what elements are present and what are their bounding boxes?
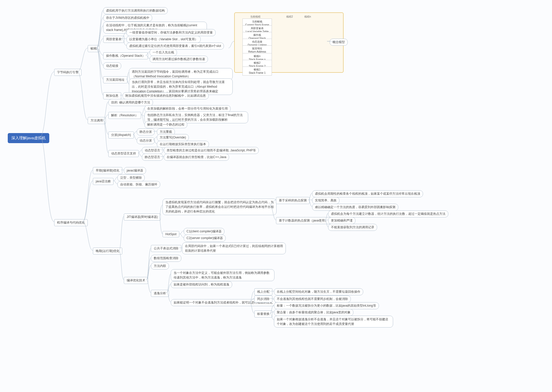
leaf: 在编译器就会执行类型检查，比如C++,Java: [164, 154, 229, 161]
node-sample[interactable]: 基于采样的热点探测: [276, 197, 310, 204]
node-add[interactable]: 附加信息: [103, 92, 121, 99]
leaf: 不会逃逸到其他线程也就不需要同步机制，会被消除: [274, 296, 351, 303]
leaf: 数组范围检查消除: [151, 255, 181, 262]
leaf: 以变量槽为最小单位（Variable Slot，slot可复用）: [126, 36, 201, 43]
leaf: 目的: 确认调用的是哪个方法: [108, 99, 153, 106]
leaf: 静态型语言: [142, 154, 163, 161]
leaf: 当一个对象在方法中定义，可能会被外部方法引用，例如称为调用参数传递到其他方法中，…: [171, 269, 274, 281]
node-invoke[interactable]: 方法调用: [88, 117, 106, 124]
leaf: 一个后入先出栈: [150, 49, 177, 56]
node-jit[interactable]: JIT编译器(即时编译器): [124, 214, 161, 221]
leaf: 实现简单、高效: [312, 197, 339, 204]
leaf: 静态分派: [137, 128, 155, 135]
leaf: 附加虚拟机规范中没有描述的信息到帧栈中，比如调试信息: [123, 92, 209, 99]
leaf: 在栈上分配空间给此对象，随方法生灭，不需要垃圾回收操作: [274, 288, 363, 295]
leaf: 如果一个对象根据逃逸分析不会逃逸，并且这个对象可以被拆分，将可能不创建这个对象，…: [274, 316, 393, 328]
node-stk[interactable]: 栈上分配: [254, 288, 272, 295]
leaf: 标量：一个数据无法被拆分为更小的数据，比如java的原始类型int,long等: [274, 302, 379, 309]
node-res[interactable]: 解析（Resolution）: [108, 112, 141, 119]
leaf: 方法重写(Override): [157, 134, 189, 141]
node-scl[interactable]: 标量替换: [254, 311, 272, 317]
leaf: 难以精确确定一个方法的热度，容易受到外部因素影响探测: [312, 204, 398, 211]
leaf: 类型检查的主体过程是在运行期而不是编译期, JavaScript, PHP等: [164, 147, 259, 154]
leaf: 动态分派: [137, 137, 155, 144]
thread-label-n: 线程n: [304, 15, 311, 19]
node-disp[interactable]: 分派(dispatch): [108, 132, 134, 138]
node-sugar[interactable]: java语法糖: [93, 178, 113, 185]
leaf: 调用方法时通过操作数栈进行参数传递: [150, 56, 208, 63]
branch-compile[interactable]: 程序编译与代码优化: [54, 219, 88, 226]
node-late[interactable]: 晚期(运行期)优化: [93, 248, 122, 255]
node-cse[interactable]: 公共子表达式消除: [151, 245, 181, 252]
leaf: 虚拟机用于执行方法调用和执行的数据结构: [103, 7, 168, 14]
leaf: javac编译器: [124, 167, 146, 174]
thread-label-2: 线程2: [286, 15, 293, 19]
leaf: 在运行期根据实际类型来执行版本: [157, 141, 209, 148]
node-frame[interactable]: 帧栈: [88, 45, 100, 52]
node-hotspot[interactable]: HotSpot: [163, 231, 179, 237]
root-node[interactable]: 深入理解java虚拟机: [8, 133, 49, 143]
leaf: 一组变量值存储空间，存储方法参数和方法内定义的局部变量: [126, 29, 216, 36]
leaf: C1(client compiler)编译器: [184, 228, 224, 235]
leaf: 更加精确和严谨: [328, 217, 355, 224]
dia-sf1: 帧栈1Stack Frame 1: [242, 67, 272, 76]
thread-label-1: 当前线程: [250, 15, 261, 19]
leaf: 虚拟机通过索引定位的方式使用局部变量表，索引n就代表第n个slot: [126, 43, 224, 50]
node-ret[interactable]: 方法返回地址: [103, 76, 127, 83]
leaf: 当虚拟机发现某些方法或代码块运行频繁，就会把这些代码认定为热点代码，为了提高热点…: [163, 199, 277, 215]
leaf: 在类加载的解析阶段，会将一部分符号引用转化为直接引用: [144, 105, 231, 112]
leaf: 不能直接获取到方法的调用记录: [328, 224, 377, 231]
node-early[interactable]: 早期(编译期)优化: [93, 167, 122, 174]
branch-bytecode[interactable]: 字节码执行引擎: [54, 69, 82, 76]
node-syn[interactable]: 同步消除: [254, 296, 272, 303]
leaf: 聚合量：由多个标量组成的聚合体，比如java里的对象: [274, 309, 353, 316]
leaf: 解析调用是一个静态的过程: [144, 121, 187, 128]
node-os[interactable]: 操作数栈（Operand Stack）: [103, 52, 148, 59]
leaf: 存在于JVM内存区的虚拟机栈中: [103, 14, 152, 21]
leaf: 自动装箱、拆箱、遍历循环: [117, 181, 160, 188]
leaf: 动态型语言: [142, 147, 163, 154]
leaf: 方法内联: [151, 263, 169, 270]
leaf: 泛型，类型擦除: [117, 174, 145, 181]
leaf: 在局部代码块中，如果一个表达式E已经计算过，则后续相同的计算都用前面的计算结果单…: [182, 242, 286, 254]
leaf: 虚拟机会周期性的检查各个线程的栈顶，如果某个或某些方法经常出现在栈顶: [312, 190, 423, 197]
node-escape[interactable]: 逃逸分析: [151, 290, 169, 297]
node-tech[interactable]: 编译优化技术: [124, 277, 148, 284]
leaf: C2(server compiler)编译器: [184, 235, 226, 242]
node-dl[interactable]: 动态链接: [103, 62, 121, 69]
leaf: 虚拟机会为每个方法建立计数器，统计方法的执行次数，超过一定阈值就是热点方法: [328, 210, 448, 217]
concept-title: 概念模型: [330, 39, 348, 46]
node-lvt[interactable]: 局部变量表: [103, 36, 124, 43]
node-dyn[interactable]: 动态类型语言支持: [108, 150, 139, 157]
node-count[interactable]: 基于计数器的热点探测（java使用）: [276, 217, 331, 224]
leaf: 如果是被外部线程访问到，称为线程逃逸: [171, 281, 232, 288]
